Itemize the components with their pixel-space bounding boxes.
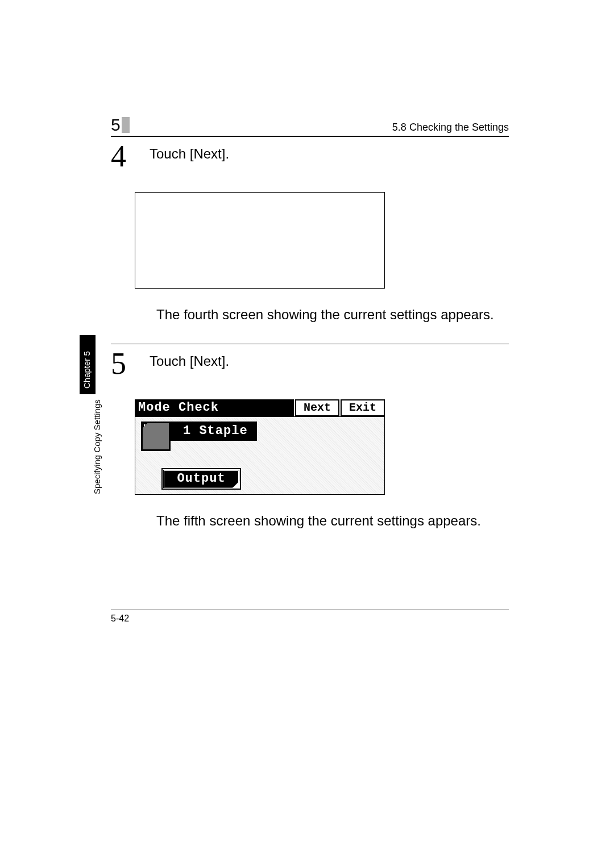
step-5-lcd-screenshot: Mode Check Next Exit C A 1 Staple Output (135, 399, 385, 495)
lcd-output-corner-icon (233, 481, 239, 488)
paper-stack-icon: C A (141, 422, 171, 451)
lcd-titlebar: Mode Check Next Exit (135, 399, 385, 416)
lcd-row-1: C A 1 Staple (141, 422, 257, 451)
footer-page-number: 5-42 (111, 614, 129, 624)
chapter-block-icon (122, 117, 130, 133)
lcd-output-button[interactable]: Output (163, 469, 240, 489)
side-tab-main-label: Specifying Copy Settings (92, 399, 102, 494)
header-rule (111, 136, 509, 137)
step-5: 5 Touch [Next]. (111, 350, 509, 378)
lcd-next-button[interactable]: Next (295, 399, 339, 416)
lcd-staple-tab[interactable]: 1 Staple (171, 422, 257, 441)
chapter-number: 5 (111, 116, 121, 133)
page-header: 5 5.8 Checking the Settings (111, 116, 509, 133)
section-title: 5.8 Checking the Settings (392, 122, 509, 133)
footer-rule (111, 609, 509, 610)
lcd-exit-button[interactable]: Exit (341, 399, 385, 416)
step-4-result: The fourth screen showing the current se… (156, 306, 497, 324)
paper-corner-label: C (144, 424, 150, 430)
step-divider (111, 344, 509, 344)
lcd-body: C A 1 Staple Output (135, 416, 385, 495)
chapter-badge: 5 (111, 116, 130, 133)
step-5-result: The fifth screen showing the current set… (156, 512, 497, 530)
step-4: 4 Touch [Next]. (111, 143, 509, 170)
step-5-number: 5 (111, 350, 134, 378)
step-4-screenshot-placeholder (135, 192, 385, 289)
lcd-title: Mode Check (135, 399, 294, 416)
lcd-output-label: Output (177, 471, 225, 486)
page-content: 5 5.8 Checking the Settings 4 Touch [Nex… (111, 116, 509, 530)
step-4-number: 4 (111, 143, 134, 170)
paper-letter: A (145, 425, 167, 447)
step-5-instruction: Touch [Next]. (150, 350, 229, 369)
step-4-instruction: Touch [Next]. (150, 143, 229, 162)
side-chapter-tab: Chapter 5 Specifying Copy Settings (80, 335, 96, 491)
side-tab-chapter-label: Chapter 5 (82, 351, 92, 389)
